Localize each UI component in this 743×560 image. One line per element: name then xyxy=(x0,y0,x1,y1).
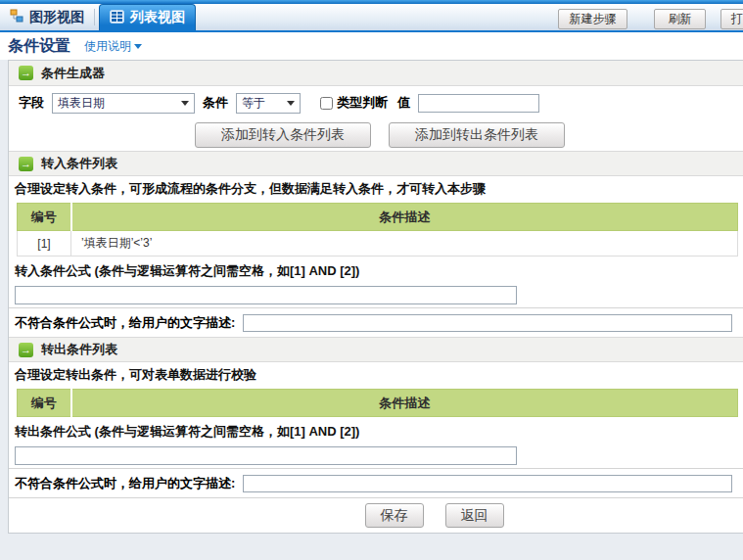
condition-label: 条件 xyxy=(203,94,228,112)
tab-list-view-label: 列表视图 xyxy=(130,9,185,26)
out-formula-row xyxy=(9,443,743,468)
green-arrow-icon: → xyxy=(19,343,33,357)
tab-list-view[interactable]: 列表视图 xyxy=(99,4,196,30)
tab-separator xyxy=(94,9,95,25)
column-header-number: 编号 xyxy=(18,390,71,417)
column-header-description: 条件描述 xyxy=(71,204,738,231)
list-view-icon xyxy=(110,10,124,26)
out-conditions-section-title: 转出条件列表 xyxy=(41,341,117,358)
tab-graph-view-label: 图形视图 xyxy=(29,9,84,26)
condition-number: [1] xyxy=(18,231,71,257)
value-label: 值 xyxy=(397,94,410,112)
green-arrow-icon: → xyxy=(19,157,33,171)
column-header-number: 编号 xyxy=(18,204,71,231)
value-input[interactable] xyxy=(418,94,539,113)
section-header-in-conditions: → 转入条件列表 xyxy=(9,151,743,176)
new-step-button[interactable]: 新建步骤 xyxy=(558,9,627,29)
field-label: 字段 xyxy=(19,94,44,112)
section-header-generator: → 条件生成器 xyxy=(9,61,743,86)
usage-help-link[interactable]: 使用说明 xyxy=(84,38,142,55)
in-formula-input[interactable] xyxy=(15,286,517,304)
type-check-checkbox[interactable] xyxy=(320,97,333,110)
page-title: 条件设置 xyxy=(8,36,70,57)
in-conditions-hint: 合理设定转入条件，可形成流程的条件分支，但数据满足转入条件，才可转入本步骤 xyxy=(9,176,743,202)
usage-help-label: 使用说明 xyxy=(84,38,131,55)
title-bar: 条件设置 使用说明 xyxy=(0,32,743,60)
condition-select[interactable]: 等于 xyxy=(236,93,301,114)
field-select-value: 填表日期 xyxy=(58,95,105,112)
tab-graph-view[interactable]: 图形视图 xyxy=(0,4,94,30)
out-conditions-hint: 合理设定转出条件，可对表单数据进行校验 xyxy=(9,362,743,388)
condition-select-value: 等于 xyxy=(242,95,265,112)
table-header-row: 编号 条件描述 xyxy=(18,204,738,231)
in-formula-label: 转入条件公式 (条件与逻辑运算符之间需空格，如[1] AND [2]) xyxy=(9,260,743,282)
type-check-label: 类型判断 xyxy=(337,94,388,112)
screen: 图形视图 列表视图 新建步骤 刷新 打印 条件设置 使用说明 xyxy=(0,0,743,560)
in-fail-desc-row: 不符合条件公式时，给用户的文字描述: xyxy=(9,307,743,337)
in-fail-desc-label: 不符合条件公式时，给用户的文字描述: xyxy=(15,314,235,332)
in-formula-row xyxy=(9,282,743,307)
out-formula-label: 转出条件公式 (条件与逻辑运算符之间需空格，如[1] AND [2]) xyxy=(9,421,743,443)
out-fail-desc-input[interactable] xyxy=(243,475,732,492)
in-conditions-section-title: 转入条件列表 xyxy=(41,155,117,172)
out-fail-desc-label: 不符合条件公式时，给用户的文字描述: xyxy=(15,475,235,492)
tab-bar: 图形视图 列表视图 新建步骤 刷新 打印 xyxy=(0,4,743,32)
back-button[interactable]: 返回 xyxy=(445,503,504,528)
add-to-in-list-button[interactable]: 添加到转入条件列表 xyxy=(195,122,371,148)
generator-row: 字段 填表日期 条件 等于 类型判断 值 xyxy=(9,86,743,119)
graph-view-icon xyxy=(10,9,23,25)
out-formula-input[interactable] xyxy=(15,446,517,465)
save-button[interactable]: 保存 xyxy=(365,503,424,528)
refresh-button[interactable]: 刷新 xyxy=(654,9,706,29)
out-fail-desc-row: 不符合条件公式时，给用户的文字描述: xyxy=(9,468,743,497)
print-button[interactable]: 打印 xyxy=(720,9,743,29)
in-fail-desc-input[interactable] xyxy=(243,314,732,332)
section-header-out-conditions: → 转出条件列表 xyxy=(9,337,743,362)
actions-row: 保存 返回 xyxy=(9,497,743,533)
field-select[interactable]: 填表日期 xyxy=(52,93,195,114)
table-row: [1] ’填表日期’<’3’ xyxy=(18,231,738,257)
column-header-description: 条件描述 xyxy=(71,390,738,417)
chevron-down-icon xyxy=(134,44,142,49)
table-header-row: 编号 条件描述 xyxy=(18,390,738,417)
add-to-out-list-button[interactable]: 添加到转出条件列表 xyxy=(389,122,565,148)
in-conditions-table: 编号 条件描述 [1] ’填表日期’<’3’ xyxy=(17,203,738,257)
dropdown-caret-icon xyxy=(287,101,295,106)
green-arrow-icon: → xyxy=(19,66,33,80)
generator-section-title: 条件生成器 xyxy=(41,65,105,82)
condition-settings-panel: → 条件生成器 字段 填表日期 条件 等于 类型判断 值 添加到转入条件列表 添… xyxy=(8,60,743,534)
dropdown-caret-icon xyxy=(181,101,189,106)
out-conditions-table: 编号 条件描述 xyxy=(17,389,738,417)
generator-buttons-row: 添加到转入条件列表 添加到转出条件列表 xyxy=(9,119,743,151)
condition-description: ’填表日期’<’3’ xyxy=(71,231,738,257)
